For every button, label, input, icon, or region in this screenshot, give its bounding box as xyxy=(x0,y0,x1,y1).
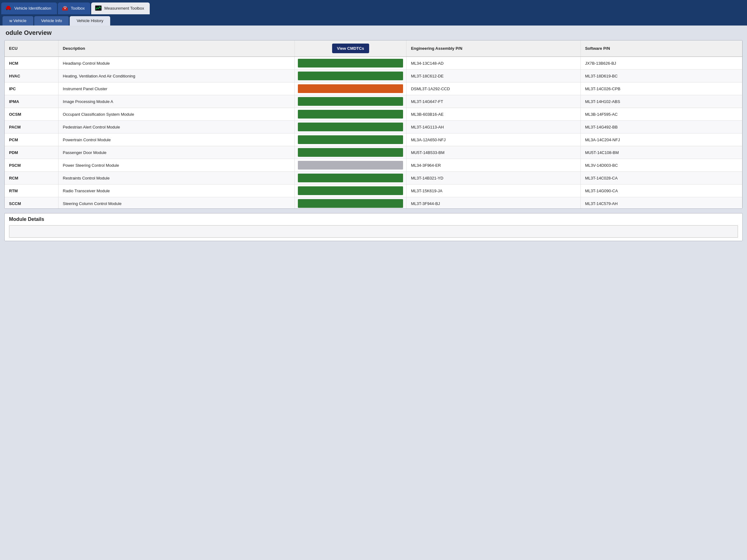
eng-pn-cell: ML3B-603B16-AE xyxy=(407,108,581,121)
ecu-cell: PACM xyxy=(5,121,58,133)
table-row[interactable]: RCMRestraints Control ModuleML3T-14B321-… xyxy=(5,172,742,185)
col-header-description: Description xyxy=(58,41,294,57)
eng-pn-cell: ML3T-15K619-JA xyxy=(407,185,581,197)
table-scroll-area[interactable]: ECU Description View CMDTCs Engineering … xyxy=(5,41,742,209)
tab-measurement-toolbox[interactable]: Measurement Toolbox xyxy=(91,2,150,14)
table-row[interactable]: PDMPassenger Door ModuleMU5T-14B533-BMMU… xyxy=(5,146,742,159)
module-details-input[interactable] xyxy=(9,225,738,238)
status-cell xyxy=(294,121,407,133)
tab-toolbox-label: Toolbox xyxy=(71,6,85,10)
sub-tab-vehicle-history-label: Vehicle History xyxy=(77,18,103,23)
table-row[interactable]: PACMPedestrian Alert Control ModuleML3T-… xyxy=(5,121,742,133)
svg-point-3 xyxy=(9,9,10,10)
module-table-body: HCMHeadlamp Control ModuleML34-13C148-AD… xyxy=(5,57,742,209)
sw-pn-cell: ML3T-14C579-AH xyxy=(581,197,742,209)
module-overview-container: ECU Description View CMDTCs Engineering … xyxy=(4,40,743,209)
status-bar xyxy=(298,110,403,118)
sw-pn-cell: ML3B-14F595-AC xyxy=(581,108,742,121)
eng-pn-cell: DSML3T-1A292-CCD xyxy=(407,82,581,95)
status-bar xyxy=(298,148,403,157)
sw-pn-cell: ML3T-14C026-CPB xyxy=(581,82,742,95)
col-header-sw-pn: Software P/N xyxy=(581,41,742,57)
svg-rect-5 xyxy=(64,6,66,8)
status-cell xyxy=(294,197,407,209)
status-cell xyxy=(294,108,407,121)
description-cell: Image Processing Module A xyxy=(58,95,294,108)
sw-pn-cell: ML3V-14D003-BC xyxy=(581,159,742,172)
status-bar xyxy=(298,199,403,208)
ecu-cell: RCM xyxy=(5,172,58,185)
table-row[interactable]: IPCInstrument Panel ClusterDSML3T-1A292-… xyxy=(5,82,742,95)
ecu-cell: PDM xyxy=(5,146,58,159)
status-bar xyxy=(298,135,403,144)
tab-toolbox[interactable]: Toolbox xyxy=(58,2,91,14)
status-cell xyxy=(294,133,407,146)
status-bar xyxy=(298,174,403,182)
sw-pn-cell: ML3T-14H102-ABS xyxy=(581,95,742,108)
description-cell: Headlamp Control Module xyxy=(58,57,294,70)
status-cell xyxy=(294,159,407,172)
eng-pn-cell: ML3T-14B321-YD xyxy=(407,172,581,185)
ecu-cell: OCSM xyxy=(5,108,58,121)
ecu-cell: HCM xyxy=(5,57,58,70)
status-cell xyxy=(294,185,407,197)
sub-tab-vehicle-history[interactable]: Vehicle History xyxy=(70,16,110,26)
table-row[interactable]: OCSMOccupant Classification System Modul… xyxy=(5,108,742,121)
status-bar xyxy=(298,161,403,169)
eng-pn-cell: ML34-3F964-ER xyxy=(407,159,581,172)
table-row[interactable]: PSCMPower Steering Control ModuleML34-3F… xyxy=(5,159,742,172)
sw-pn-cell: ML3T-14G492-BB xyxy=(581,121,742,133)
eng-pn-cell: ML3A-12A650-NFJ xyxy=(407,133,581,146)
svg-rect-6 xyxy=(65,8,66,9)
ecu-cell: IPC xyxy=(5,82,58,95)
eng-pn-cell: MU5T-14B533-BM xyxy=(407,146,581,159)
table-row[interactable]: HVACHeating, Ventilation And Air Conditi… xyxy=(5,70,742,82)
description-cell: Radio Transceiver Module xyxy=(58,185,294,197)
sw-pn-cell: ML3A-14C204-NFJ xyxy=(581,133,742,146)
car-icon xyxy=(5,5,12,11)
col-header-cmdtcs: View CMDTCs xyxy=(294,41,407,57)
sub-tab-vehicle-info-label: Vehicle Info xyxy=(41,18,62,23)
svg-marker-1 xyxy=(6,6,10,7)
status-cell xyxy=(294,70,407,82)
description-cell: Power Steering Control Module xyxy=(58,159,294,172)
ecu-cell: PSCM xyxy=(5,159,58,172)
description-cell: Restraints Control Module xyxy=(58,172,294,185)
view-cmdtcs-button[interactable]: View CMDTCs xyxy=(332,44,369,53)
status-cell xyxy=(294,95,407,108)
main-content: odule Overview ECU Description View CMDT… xyxy=(0,26,747,560)
description-cell: Heating, Ventilation And Air Conditionin… xyxy=(58,70,294,82)
top-tab-bar: Vehicle Identification Toolbox Measureme… xyxy=(0,0,747,14)
eng-pn-cell: ML3T-14G647-FT xyxy=(407,95,581,108)
eng-pn-cell: ML3T-14G113-AH xyxy=(407,121,581,133)
status-cell xyxy=(294,146,407,159)
toolbox-icon xyxy=(61,5,69,11)
ecu-cell: IPMA xyxy=(5,95,58,108)
table-row[interactable]: PCMPowertrain Control ModuleML3A-12A650-… xyxy=(5,133,742,146)
description-cell: Steering Column Control Module xyxy=(58,197,294,209)
table-row[interactable]: SCCMSteering Column Control ModuleML3T-3… xyxy=(5,197,742,209)
page-title: odule Overview xyxy=(4,29,743,36)
status-bar xyxy=(298,72,403,80)
description-cell: Instrument Panel Cluster xyxy=(58,82,294,95)
status-cell xyxy=(294,82,407,95)
sub-tab-vehicle-info[interactable]: Vehicle Info xyxy=(34,16,69,26)
sub-tab-new-vehicle[interactable]: w Vehicle xyxy=(2,16,33,26)
status-bar xyxy=(298,59,403,68)
module-table: ECU Description View CMDTCs Engineering … xyxy=(5,41,742,209)
status-bar xyxy=(298,97,403,106)
tab-vehicle-identification[interactable]: Vehicle Identification xyxy=(1,2,57,14)
table-row[interactable]: RTMRadio Transceiver ModuleML3T-15K619-J… xyxy=(5,185,742,197)
ecu-cell: HVAC xyxy=(5,70,58,82)
graph-icon xyxy=(95,5,102,11)
eng-pn-cell: ML3T-18C612-DE xyxy=(407,70,581,82)
ecu-cell: PCM xyxy=(5,133,58,146)
sw-pn-cell: JX7B-13B626-BJ xyxy=(581,57,742,70)
status-cell xyxy=(294,172,407,185)
table-row[interactable]: HCMHeadlamp Control ModuleML34-13C148-AD… xyxy=(5,57,742,70)
sw-pn-cell: ML3T-14C028-CA xyxy=(581,172,742,185)
status-bar xyxy=(298,84,403,93)
table-row[interactable]: IPMAImage Processing Module AML3T-14G647… xyxy=(5,95,742,108)
eng-pn-cell: ML34-13C148-AD xyxy=(407,57,581,70)
sw-pn-cell: ML3T-14G090-CA xyxy=(581,185,742,197)
